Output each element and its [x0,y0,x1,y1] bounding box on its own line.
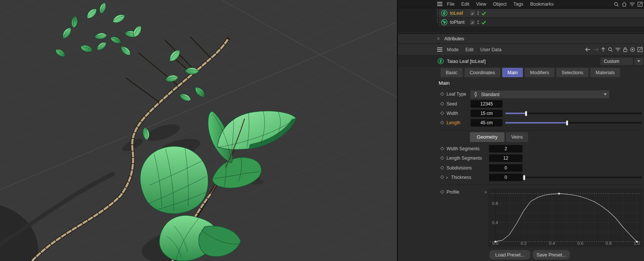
leaf-object-icon [437,58,444,64]
svg-text:0.2: 0.2 [521,241,527,246]
new-window-icon[interactable] [638,47,642,52]
active-object-row: Taiao Leaf [toLeaf] Custom [398,55,644,67]
thickness-slider[interactable] [524,174,642,181]
back-arrow-icon[interactable] [585,47,591,52]
menu-edit[interactable]: Edit [461,2,469,7]
param-diamond-icon[interactable] [440,121,444,125]
leaf-type-value: Standard [481,92,500,97]
field-width: Width 15 cm [398,110,644,117]
slider-handle[interactable] [525,111,527,116]
object-item-toleaf[interactable]: toLeaf [439,9,644,17]
leaf-type-dropdown[interactable]: Standard [471,90,609,98]
preset-dropdown-button[interactable] [634,58,643,65]
param-diamond-icon[interactable] [440,111,444,115]
length-input[interactable]: 45 cm [471,119,503,127]
menu-bookmarks[interactable]: Bookmarks [530,2,554,7]
field-length: Length 45 cm [398,119,644,127]
forward-arrow-icon[interactable] [593,47,598,52]
attributes-header: × Attributes [398,33,644,44]
target-icon[interactable] [630,47,635,52]
section-title: Main [439,80,450,86]
field-label: Subdivisions [447,165,472,171]
param-diamond-icon[interactable] [440,147,444,151]
preset-selector[interactable]: Custom [600,58,633,65]
search-icon[interactable] [608,47,613,52]
viewport-canvas[interactable] [0,0,398,261]
enabled-check-icon[interactable] [481,11,486,15]
application-window: File Edit View Object Tags Bookmarks t [0,0,644,261]
hamburger-menu-icon[interactable] [437,47,442,52]
param-diamond-icon[interactable] [440,92,444,96]
field-seed: Seed 12345 [398,100,644,108]
enable-dots-icon[interactable] [477,20,479,24]
field-label: Seed [447,101,457,107]
menu-file[interactable]: File [447,2,454,7]
attr-menu-userdata[interactable]: User Data [480,47,501,52]
width-segments-input[interactable]: 2 [489,145,522,153]
menu-object[interactable]: Object [493,2,507,7]
viewport-3d[interactable] [0,0,398,261]
enabled-check-icon[interactable] [481,20,486,24]
tab-materials[interactable]: Materials [590,68,620,77]
length-segments-input[interactable]: 12 [489,154,522,162]
tab-coordinates[interactable]: Coordinates [465,68,500,77]
filter-icon[interactable] [630,2,635,6]
edit-badge-icon[interactable] [470,20,475,24]
plant-object-icon [441,19,448,26]
width-input[interactable]: 15 cm [471,110,503,117]
subtab-veins[interactable]: Veins [506,132,528,142]
new-window-icon[interactable] [638,2,642,7]
attribute-tabs: Basic Coordinates Main Modifiers Selecti… [440,68,620,77]
field-label: Width Segments [447,146,480,151]
length-slider[interactable] [505,119,642,127]
close-icon[interactable]: × [437,36,440,41]
field-subdivisions: Subdivisions 0 [398,164,644,172]
tab-modifiers[interactable]: Modifiers [525,68,554,77]
hamburger-menu-icon[interactable] [437,2,442,6]
param-diamond-icon[interactable] [440,166,444,170]
field-label: Profile [447,189,459,195]
home-icon[interactable] [622,2,627,7]
object-name[interactable]: toPlant [450,20,466,25]
profile-curve-editor[interactable]: 0.80.40.00.20.40.60.81.0 [488,188,643,247]
subtab-geometry[interactable]: Geometry [470,132,504,142]
slider-handle[interactable] [523,175,525,180]
tab-main[interactable]: Main [502,68,523,77]
object-item-toplant[interactable]: toPlant [439,18,644,26]
enable-dots-icon[interactable] [477,11,479,15]
field-label: Width [447,111,458,116]
section-divider [439,130,642,131]
thickness-input[interactable]: 0 [489,174,522,181]
search-icon[interactable] [614,2,619,7]
expander-chevron-icon[interactable]: › [446,174,448,180]
field-length-segments: Length Segments 12 [398,154,644,162]
subdivisions-input[interactable]: 0 [489,164,522,172]
chevron-down-icon [604,93,607,95]
leaf-glyph-icon [474,92,478,97]
edit-badge-icon[interactable] [470,11,475,15]
param-diamond-icon[interactable] [440,190,444,194]
param-diamond-icon[interactable] [440,176,444,179]
attr-menu-edit[interactable]: Edit [465,47,474,52]
expander-chevron-icon[interactable]: › [485,189,486,195]
field-label: Leaf Type [447,92,466,97]
object-title: Taiao Leaf [toLeaf] [447,59,486,64]
param-diamond-icon[interactable] [440,156,444,160]
tab-basic[interactable]: Basic [440,68,463,77]
object-name[interactable]: toLeaf [450,11,466,16]
tab-selections[interactable]: Selections [556,68,589,77]
filter-icon[interactable] [615,47,620,52]
svg-text:0.4: 0.4 [492,220,498,225]
attr-menu-mode[interactable]: Mode [447,47,459,52]
load-preset-button[interactable]: Load Preset... [489,250,530,259]
seed-input[interactable]: 12345 [471,100,503,108]
up-arrow-icon[interactable] [601,47,605,52]
slider-handle[interactable] [566,121,568,125]
menu-tags[interactable]: Tags [513,2,523,7]
lock-icon[interactable] [623,47,627,52]
menu-view[interactable]: View [476,2,486,7]
save-preset-button[interactable]: Save Preset... [533,250,570,259]
param-diamond-icon[interactable] [440,102,444,106]
svg-text:0.0: 0.0 [492,241,498,246]
width-slider[interactable] [505,110,642,117]
